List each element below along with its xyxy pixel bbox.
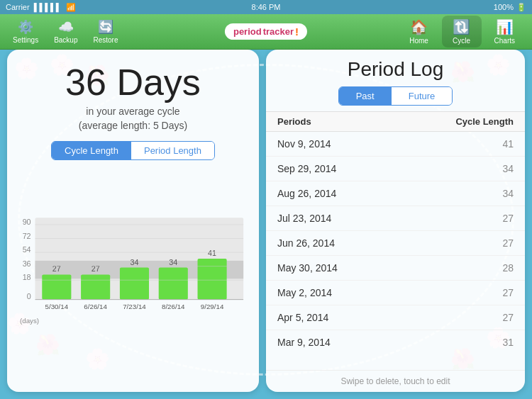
restore-button[interactable]: 🔄 Restore bbox=[88, 16, 124, 47]
row-date: Sep 29, 2014 bbox=[277, 163, 336, 174]
tab-cycle-label: Cycle bbox=[453, 37, 470, 45]
backup-icon: ☁️ bbox=[58, 19, 74, 35]
table-header: Periods Cycle Length bbox=[266, 111, 525, 132]
svg-text:7/23/14: 7/23/14 bbox=[123, 303, 146, 311]
logo-tracker-text: tracker bbox=[263, 26, 294, 37]
right-card-header: Period Log Past Future bbox=[266, 50, 525, 111]
backup-button[interactable]: ☁️ Backup bbox=[48, 16, 83, 47]
table-row[interactable]: Sep 29, 2014 34 bbox=[266, 157, 525, 181]
svg-text:27: 27 bbox=[52, 265, 61, 274]
left-card: 36 Days in your average cycle (average l… bbox=[7, 50, 259, 392]
svg-text:8/26/14: 8/26/14 bbox=[162, 303, 185, 311]
table-row[interactable]: Aug 26, 2014 34 bbox=[266, 181, 525, 206]
charts-icon: 📊 bbox=[496, 18, 514, 35]
svg-text:6/26/14: 6/26/14 bbox=[84, 303, 107, 311]
svg-rect-21 bbox=[198, 259, 227, 300]
backup-label: Backup bbox=[54, 36, 77, 44]
svg-rect-9 bbox=[42, 275, 71, 300]
table-row[interactable]: Mar 9, 2014 31 bbox=[266, 330, 525, 354]
table-row[interactable]: May 30, 2014 28 bbox=[266, 256, 525, 281]
signal-icon: ▌▌▌▌▌ bbox=[34, 3, 62, 11]
past-future-toggle[interactable]: Past Future bbox=[338, 86, 453, 106]
svg-text:54: 54 bbox=[23, 245, 31, 254]
table-row[interactable]: Jul 23, 2014 27 bbox=[266, 206, 525, 231]
tab-charts-label: Charts bbox=[494, 37, 515, 45]
tab-home[interactable]: 🏠 Home bbox=[399, 16, 439, 47]
days-subtitle: in your average cycle (average length: 5… bbox=[79, 105, 187, 133]
row-value: 31 bbox=[502, 337, 514, 348]
table-row[interactable]: Nov 9, 2014 41 bbox=[266, 132, 525, 157]
chart-area: 90 72 54 36 18 0 (days) 27 5/30/14 27 bbox=[18, 164, 248, 385]
logo-period-text: period bbox=[233, 26, 262, 37]
status-bar-right: 100% 🔋 bbox=[494, 3, 526, 12]
svg-text:5/30/14: 5/30/14 bbox=[45, 303, 69, 311]
row-date: May 30, 2014 bbox=[277, 262, 338, 274]
svg-text:18: 18 bbox=[23, 273, 31, 281]
period-length-toggle[interactable]: Period Length bbox=[131, 142, 214, 159]
row-value: 41 bbox=[502, 138, 514, 150]
svg-text:34: 34 bbox=[130, 258, 138, 266]
settings-button[interactable]: ⚙️ Settings bbox=[7, 16, 44, 47]
row-value: 28 bbox=[502, 262, 514, 274]
cycle-length-toggle[interactable]: Cycle Length bbox=[52, 142, 131, 159]
carrier-label: Carrier bbox=[6, 3, 30, 11]
logo-exclaim: ! bbox=[295, 26, 299, 38]
table-body: Nov 9, 2014 41 Sep 29, 2014 34 Aug 26, 2… bbox=[266, 132, 525, 370]
row-date: Apr 5, 2014 bbox=[277, 312, 328, 323]
svg-text:72: 72 bbox=[23, 232, 31, 240]
row-date: May 2, 2014 bbox=[277, 287, 332, 298]
svg-rect-18 bbox=[159, 268, 188, 300]
subtitle-line1: in your average cycle bbox=[86, 106, 179, 117]
table-row[interactable]: Jun 26, 2014 27 bbox=[266, 231, 525, 256]
battery-icon: 🔋 bbox=[516, 3, 526, 12]
svg-text:34: 34 bbox=[169, 258, 177, 266]
table-row[interactable]: May 2, 2014 27 bbox=[266, 281, 525, 305]
status-bar: Carrier ▌▌▌▌▌ 📶 8:46 PM 100% 🔋 bbox=[0, 0, 532, 14]
chart-toggle[interactable]: Cycle Length Period Length bbox=[51, 141, 215, 160]
svg-text:41: 41 bbox=[208, 249, 216, 257]
svg-text:90: 90 bbox=[23, 218, 31, 226]
app-logo: period tracker ! bbox=[225, 23, 307, 40]
svg-text:27: 27 bbox=[92, 265, 100, 274]
past-button[interactable]: Past bbox=[339, 87, 392, 105]
row-value: 27 bbox=[502, 287, 514, 298]
svg-rect-12 bbox=[81, 275, 110, 300]
nav-bar: ⚙️ Settings ☁️ Backup 🔄 Restore period t… bbox=[0, 14, 532, 50]
row-date: Nov 9, 2014 bbox=[277, 138, 331, 150]
days-value: 36 Days bbox=[65, 64, 201, 101]
tab-charts[interactable]: 📊 Charts bbox=[484, 16, 525, 47]
table-row[interactable]: Apr 5, 2014 27 bbox=[266, 305, 525, 330]
settings-label: Settings bbox=[13, 36, 38, 44]
status-bar-left: Carrier ▌▌▌▌▌ 📶 bbox=[6, 3, 76, 12]
row-value: 27 bbox=[502, 213, 514, 224]
tab-home-label: Home bbox=[409, 37, 428, 45]
main-content: 36 Days in your average cycle (average l… bbox=[7, 50, 525, 392]
row-date: Mar 9, 2014 bbox=[277, 337, 331, 348]
svg-text:9/29/14: 9/29/14 bbox=[201, 303, 224, 311]
bar-chart: 90 72 54 36 18 0 (days) 27 5/30/14 27 bbox=[18, 164, 248, 385]
svg-text:0: 0 bbox=[27, 292, 31, 300]
row-date: Aug 26, 2014 bbox=[277, 188, 336, 199]
restore-label: Restore bbox=[94, 36, 118, 44]
svg-text:36: 36 bbox=[23, 259, 31, 268]
row-value: 34 bbox=[502, 163, 514, 174]
battery-label: 100% bbox=[494, 3, 514, 11]
col-cycle-header: Cycle Length bbox=[455, 116, 514, 127]
home-icon: 🏠 bbox=[410, 18, 428, 35]
nav-left: ⚙️ Settings ☁️ Backup 🔄 Restore bbox=[7, 16, 124, 47]
col-periods-header: Periods bbox=[277, 116, 311, 127]
period-log-title: Period Log bbox=[277, 58, 514, 81]
cycle-icon: 🔃 bbox=[453, 18, 470, 35]
row-value: 27 bbox=[502, 312, 514, 323]
wifi-icon: 📶 bbox=[66, 3, 76, 12]
restore-icon: 🔄 bbox=[98, 19, 113, 35]
settings-icon: ⚙️ bbox=[18, 19, 33, 35]
right-card: Period Log Past Future Periods Cycle Len… bbox=[266, 50, 525, 392]
row-value: 27 bbox=[502, 237, 514, 249]
tab-cycle[interactable]: 🔃 Cycle bbox=[442, 16, 482, 47]
row-date: Jul 23, 2014 bbox=[277, 213, 331, 224]
future-button[interactable]: Future bbox=[392, 87, 453, 105]
swipe-hint: Swipe to delete, touch to edit bbox=[266, 370, 525, 392]
svg-text:(days): (days) bbox=[20, 317, 39, 325]
nav-right: 🏠 Home 🔃 Cycle 📊 Charts bbox=[399, 16, 525, 47]
